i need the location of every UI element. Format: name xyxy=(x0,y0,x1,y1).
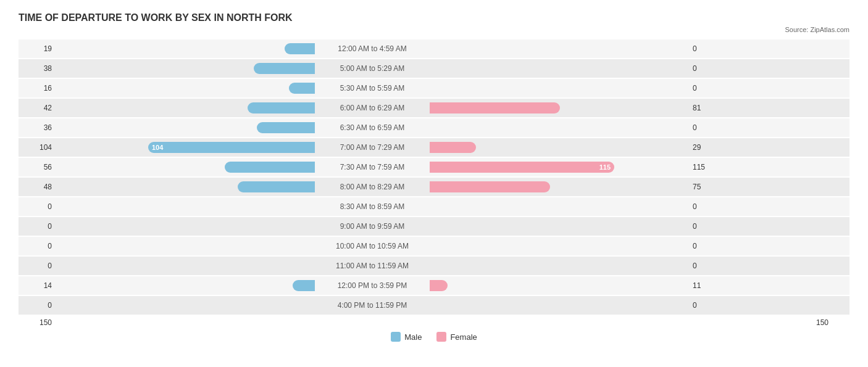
axis-left-label: 150 xyxy=(19,318,56,327)
legend: Male Female xyxy=(19,332,849,342)
male-bar xyxy=(285,43,315,54)
female-value: 0 xyxy=(689,242,726,250)
time-label: 12:00 AM to 4:59 AM xyxy=(315,44,430,53)
male-value: 48 xyxy=(19,183,56,191)
time-label: 9:00 AM to 9:59 AM xyxy=(315,222,430,231)
male-value: 0 xyxy=(19,202,56,211)
legend-female-label: Female xyxy=(450,332,477,342)
chart-row: 488:00 AM to 8:29 AM75 xyxy=(19,178,849,196)
male-bar-wrap xyxy=(56,280,315,291)
female-bar xyxy=(430,142,476,153)
time-label: 12:00 PM to 3:59 PM xyxy=(315,281,430,290)
chart-row: 567:30 AM to 7:59 AM115115 xyxy=(19,158,849,176)
male-bar-wrap xyxy=(56,162,315,173)
female-value: 11 xyxy=(689,281,726,290)
time-label: 5:00 AM to 5:29 AM xyxy=(315,64,430,73)
male-value: 42 xyxy=(19,104,56,112)
male-bar xyxy=(293,280,315,291)
time-label: 6:00 AM to 6:29 AM xyxy=(315,104,430,112)
male-bar-wrap xyxy=(56,63,315,74)
chart-area: 1912:00 AM to 4:59 AM0385:00 AM to 5:29 … xyxy=(19,39,849,315)
male-bar-wrap xyxy=(56,83,315,94)
legend-female: Female xyxy=(436,332,477,342)
legend-male-label: Male xyxy=(404,332,422,342)
source-label: Source: ZipAtlas.com xyxy=(19,26,849,33)
chart-row: 426:00 AM to 6:29 AM81 xyxy=(19,99,849,117)
legend-male: Male xyxy=(391,332,422,342)
female-value: 0 xyxy=(689,64,726,73)
chart-row: 165:30 AM to 5:59 AM0 xyxy=(19,79,849,97)
female-value: 75 xyxy=(689,183,726,191)
chart-row: 010:00 AM to 10:59 AM0 xyxy=(19,237,849,255)
legend-female-swatch xyxy=(436,332,446,342)
time-label: 11:00 AM to 11:59 AM xyxy=(315,262,430,270)
chart-row: 04:00 PM to 11:59 PM0 xyxy=(19,296,849,315)
female-value: 81 xyxy=(689,104,726,112)
male-bar-wrap: 104 xyxy=(56,142,315,153)
female-value: 0 xyxy=(689,44,726,53)
legend-male-swatch xyxy=(391,332,401,342)
male-value: 56 xyxy=(19,163,56,171)
female-value: 0 xyxy=(689,84,726,93)
male-bar xyxy=(254,63,315,74)
female-bar: 115 xyxy=(430,162,614,173)
female-bar-wrap xyxy=(430,142,689,153)
female-value: 0 xyxy=(689,123,726,132)
time-label: 8:00 AM to 8:29 AM xyxy=(315,183,430,191)
male-value: 0 xyxy=(19,242,56,250)
female-bar-wrap xyxy=(430,280,689,291)
chart-title: TIME OF DEPARTURE TO WORK BY SEX IN NORT… xyxy=(19,12,849,23)
male-bar: 104 xyxy=(148,142,315,153)
chart-row: 1412:00 PM to 3:59 PM11 xyxy=(19,276,849,295)
chart-row: 366:30 AM to 6:59 AM0 xyxy=(19,118,849,137)
male-value: 0 xyxy=(19,222,56,231)
chart-row: 1041047:00 AM to 7:29 AM29 xyxy=(19,138,849,157)
female-value: 0 xyxy=(689,262,726,270)
time-label: 7:00 AM to 7:29 AM xyxy=(315,143,430,152)
chart-row: 08:30 AM to 8:59 AM0 xyxy=(19,197,849,216)
male-value: 0 xyxy=(19,301,56,310)
chart-row: 011:00 AM to 11:59 AM0 xyxy=(19,257,849,275)
time-label: 5:30 AM to 5:59 AM xyxy=(315,84,430,93)
male-value: 0 xyxy=(19,262,56,270)
female-value: 115 xyxy=(689,163,726,171)
time-label: 4:00 PM to 11:59 PM xyxy=(315,301,430,310)
time-label: 10:00 AM to 10:59 AM xyxy=(315,242,430,250)
male-bar xyxy=(248,102,315,113)
female-value: 29 xyxy=(689,143,726,152)
male-value: 36 xyxy=(19,123,56,132)
axis-right-label: 150 xyxy=(812,318,849,327)
axis-row: 150 150 xyxy=(19,318,849,327)
male-value: 19 xyxy=(19,44,56,53)
chart-container: TIME OF DEPARTURE TO WORK BY SEX IN NORT… xyxy=(19,12,849,342)
female-bar xyxy=(430,280,448,291)
chart-row: 385:00 AM to 5:29 AM0 xyxy=(19,59,849,78)
female-bar-wrap: 115 xyxy=(430,162,689,173)
female-value: 0 xyxy=(689,301,726,310)
male-value: 16 xyxy=(19,84,56,93)
male-bar-wrap xyxy=(56,181,315,192)
female-bar xyxy=(430,181,550,192)
female-bar-wrap xyxy=(430,102,689,113)
male-bar xyxy=(238,181,315,192)
female-value: 0 xyxy=(689,202,726,211)
male-value: 38 xyxy=(19,64,56,73)
male-value: 104 xyxy=(19,143,56,152)
male-bar xyxy=(289,83,315,94)
male-bar-wrap xyxy=(56,122,315,133)
chart-row: 09:00 AM to 9:59 AM0 xyxy=(19,217,849,236)
female-bar xyxy=(430,102,560,113)
male-bar-wrap xyxy=(56,43,315,54)
male-bar-wrap xyxy=(56,102,315,113)
male-bar xyxy=(257,122,315,133)
time-label: 7:30 AM to 7:59 AM xyxy=(315,163,430,171)
time-label: 6:30 AM to 6:59 AM xyxy=(315,123,430,132)
female-bar-wrap xyxy=(430,181,689,192)
male-value: 14 xyxy=(19,281,56,290)
female-value: 0 xyxy=(689,222,726,231)
male-bar xyxy=(225,162,315,173)
chart-row: 1912:00 AM to 4:59 AM0 xyxy=(19,39,849,58)
time-label: 8:30 AM to 8:59 AM xyxy=(315,202,430,211)
